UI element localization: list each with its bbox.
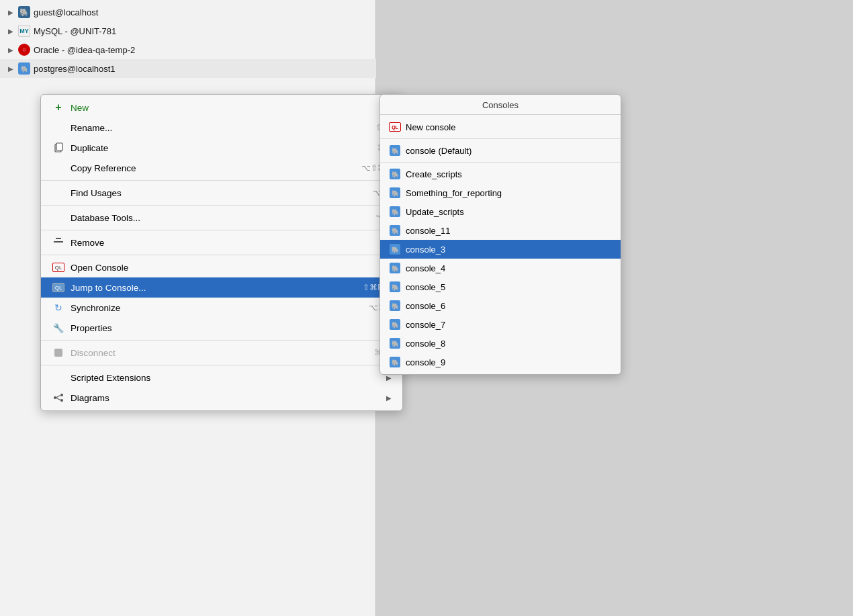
menu-label-scripted-extensions: Scripted Extensions (71, 373, 381, 383)
menu-item-properties[interactable]: 🔧 Properties ⌘; (41, 318, 402, 338)
submenu-item-console-3[interactable]: 🐘 console_3 (380, 240, 621, 259)
submenu-item-new-console[interactable]: QL New console (380, 118, 621, 136)
menu-label-rename: Rename... (71, 123, 362, 133)
submenu-label-new-console: New console (406, 122, 455, 132)
menu-label-copy-ref: Copy Reference (71, 163, 348, 173)
svg-rect-7 (56, 238, 61, 239)
pg-icon-8: 🐘 (388, 337, 402, 350)
submenu-item-console-4[interactable]: 🐘 console_4 (380, 259, 621, 277)
tree-arrow: ▶ (5, 26, 16, 36)
pg-icon-5: 🐘 (388, 280, 402, 294)
menu-label-open-console: Open Console (71, 263, 366, 273)
svg-text:🐘: 🐘 (392, 283, 400, 292)
submenu-item-console-11[interactable]: 🐘 console_11 (380, 221, 621, 240)
pg-icon-11: 🐘 (388, 224, 402, 237)
sidebar-item-oracle[interactable]: ▶ ○ Oracle - @idea-qa-temp-2 (0, 40, 376, 59)
pg-icon-4: 🐘 (388, 261, 402, 275)
menu-label-disconnect: Disconnect (71, 348, 361, 358)
postgres-icon: 🐘 (17, 7, 31, 17)
tree-arrow: ▶ (5, 44, 16, 55)
submenu-item-update-scripts[interactable]: 🐘 Update_scripts (380, 202, 621, 221)
menu-item-find-usages[interactable]: Find Usages ⌥F7 (41, 183, 402, 203)
pg-icon-create: 🐘 (388, 167, 402, 181)
separator-4 (41, 255, 402, 255)
svg-text:🐘: 🐘 (392, 265, 400, 273)
submenu-label-console-3: console_3 (406, 245, 445, 255)
consoles-submenu: Consoles QL New console 🐘 console (Defau… (379, 94, 621, 375)
submenu-label-console-6: console_6 (406, 301, 445, 311)
pg-icon-update: 🐘 (388, 205, 402, 218)
submenu-item-console-default[interactable]: 🐘 console (Default) (380, 141, 621, 160)
svg-text:🐘: 🐘 (392, 246, 400, 254)
menu-item-rename[interactable]: Rename... ⇧F6 (41, 118, 402, 138)
menu-item-copy-ref[interactable]: Copy Reference ⌥⇧⌘C (41, 158, 402, 178)
separator-6 (41, 365, 402, 365)
sidebar-item-mysql[interactable]: ▶ MY MySQL - @UNIT-781 (0, 21, 376, 40)
sidebar-item-label: MySQL - @UNIT-781 (34, 26, 116, 36)
separator-3 (41, 230, 402, 230)
diagrams-icon (52, 391, 65, 404)
submenu-item-console-7[interactable]: 🐘 console_7 (380, 315, 621, 334)
menu-label-properties: Properties (71, 323, 368, 333)
svg-text:🐘: 🐘 (392, 340, 400, 348)
sidebar-item-label: postgres@localhost1 (34, 64, 116, 74)
menu-label-duplicate: Duplicate (71, 143, 364, 153)
oracle-icon: ○ (17, 44, 31, 55)
scripted-ext-icon (52, 371, 65, 384)
separator-2 (41, 205, 402, 206)
disconnect-icon (52, 346, 65, 359)
svg-text:🐘: 🐘 (21, 65, 29, 73)
properties-icon: 🔧 (52, 321, 65, 335)
svg-line-12 (56, 396, 60, 398)
svg-text:🐘: 🐘 (392, 359, 400, 367)
submenu-item-create-scripts[interactable]: 🐘 Create_scripts (380, 165, 621, 183)
submenu-label-create-scripts: Create_scripts (406, 169, 462, 179)
submenu-label-something-reporting: Something_for_reporting (406, 188, 502, 198)
pg-icon-something: 🐘 (388, 186, 402, 200)
submenu-arrow-diagrams: ▶ (386, 394, 392, 402)
separator-5 (41, 340, 402, 341)
sidebar-item-postgres-localhost1[interactable]: ▶ 🐘 postgres@localhost1 (0, 59, 376, 78)
menu-label-diagrams: Diagrams (71, 393, 381, 403)
menu-item-jump-console[interactable]: QL Jump to Console... ⇧⌘F10 (41, 277, 402, 298)
remove-icon (52, 236, 65, 249)
pg-icon-default: 🐘 (388, 144, 402, 157)
consoles-submenu-items: QL New console 🐘 console (Default) 🐘 (380, 115, 621, 374)
svg-text:🐘: 🐘 (392, 171, 400, 179)
pg-icon-3: 🐘 (388, 243, 402, 256)
open-console-icon: QL (52, 261, 65, 274)
menu-item-diagrams[interactable]: Diagrams ▶ (41, 388, 402, 408)
sidebar-item-guest-localhost[interactable]: ▶ 🐘 guest@localhost (0, 3, 376, 21)
submenu-item-console-6[interactable]: 🐘 console_6 (380, 296, 621, 315)
plus-icon: + (52, 101, 65, 114)
postgres-icon-2: 🐘 (17, 63, 31, 74)
submenu-item-something-reporting[interactable]: 🐘 Something_for_reporting (380, 183, 621, 202)
svg-point-9 (54, 396, 56, 399)
svg-point-10 (60, 394, 63, 396)
submenu-item-console-5[interactable]: 🐘 console_5 (380, 277, 621, 296)
submenu-sep-1 (380, 138, 621, 139)
svg-text:🐘: 🐘 (392, 208, 400, 216)
menu-item-open-console[interactable]: QL Open Console ⌘↓ (41, 257, 402, 277)
menu-item-duplicate[interactable]: Duplicate ⌘D (41, 138, 402, 158)
consoles-submenu-header: Consoles (380, 95, 621, 115)
menu-item-db-tools[interactable]: Database Tools... ⌥↩ (41, 208, 402, 228)
sidebar-item-label: guest@localhost (34, 7, 98, 17)
svg-text:🐘: 🐘 (392, 321, 400, 329)
menu-item-remove[interactable]: Remove ⌦ (41, 232, 402, 253)
svg-rect-6 (54, 241, 63, 243)
menu-item-new[interactable]: + New ▶ (41, 97, 402, 118)
pg-icon-7: 🐘 (388, 318, 402, 331)
menu-item-scripted-extensions[interactable]: Scripted Extensions ▶ (41, 367, 402, 388)
submenu-label-console-8: console_8 (406, 339, 445, 349)
submenu-label-console-5: console_5 (406, 282, 445, 292)
sync-icon: ↻ (52, 301, 65, 314)
submenu-item-console-9[interactable]: 🐘 console_9 (380, 353, 621, 371)
submenu-item-console-8[interactable]: 🐘 console_8 (380, 334, 621, 353)
submenu-arrow-scripted: ▶ (386, 374, 392, 382)
new-console-icon: QL (388, 120, 402, 134)
context-menu: + New ▶ Rename... ⇧F6 Duplicate ⌘D Copy … (40, 94, 403, 411)
tree-arrow: ▶ (5, 63, 16, 74)
menu-item-synchronize[interactable]: ↻ Synchronize ⌥⌘Y (41, 298, 402, 318)
jump-console-icon: QL (52, 281, 65, 294)
